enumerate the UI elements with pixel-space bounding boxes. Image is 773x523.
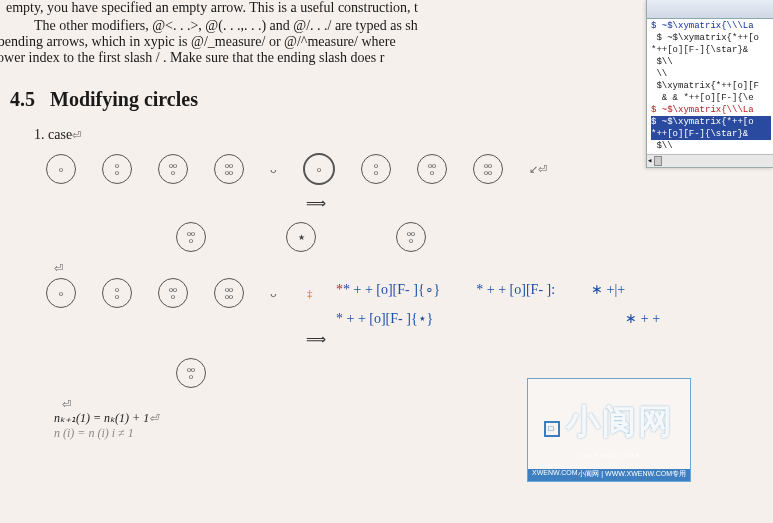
circle-dbl: ooo: [158, 154, 188, 184]
circle-r3-3: ooo: [158, 278, 188, 308]
watermark-bar-right: 小阆网 | WWW.XWENW.COM专用: [578, 469, 686, 481]
page-root: empty, you have specified an empty arrow…: [0, 0, 773, 523]
panel-scrollbar[interactable]: ◂: [647, 154, 773, 167]
para-line-3: or lower index to the first slash / . Ma…: [0, 50, 384, 65]
scroll-thumb[interactable]: [654, 156, 662, 166]
pilcrow-icon-2: ↙⏎: [529, 163, 547, 176]
panel-header[interactable]: [647, 0, 773, 19]
small-mark-2: ᴗ: [270, 287, 277, 300]
section-heading: 4.5 Modifying circles: [10, 88, 666, 111]
circle-row-1: o oo ooo oooo ᴗ o oo ooo oooo ↙⏎: [46, 153, 666, 185]
watermark-box: □小阆网 XWENW.COM XWENW.COM 小阆网 | WWW.XWENW…: [527, 378, 691, 482]
code-line[interactable]: $\\: [651, 56, 771, 68]
circle-r2-1: ooo: [176, 222, 206, 252]
paragraph-partial-top: empty, you have specified an empty arrow…: [6, 0, 666, 16]
formula-b: * + + [o][F- ]:: [476, 282, 555, 298]
watermark-domain: XWENW.COM: [528, 451, 690, 460]
circle-stack-2: oo: [361, 154, 391, 184]
formula-row-2: * + + [o][F- ]{⋆} ∗ + +: [336, 310, 666, 327]
circle-dbl-3: ooo: [417, 154, 447, 184]
circle-dbl2: oooo: [214, 154, 244, 184]
circle-r3-1: o: [46, 278, 76, 308]
watermark-bar-left: XWENW.COM: [532, 469, 578, 481]
paragraph-modifiers: The other modifiers, @<. . .>, @(. . .,.…: [6, 18, 666, 66]
section-title-text: Modifying circles: [50, 88, 198, 110]
document-body: empty, you have specified an empty arrow…: [0, 0, 672, 441]
formula-row-1: ** + + [o][F- ]{∘} * + + [o][F- ]: ∗ +|+: [336, 281, 666, 298]
watermark-logo: □小阆网: [528, 399, 690, 445]
pilcrow-icon: ⏎: [72, 129, 81, 141]
case-number: 1.: [34, 127, 45, 142]
circle-stack: oo: [102, 154, 132, 184]
code-line[interactable]: $ ~$\xymatrix{*++[o: [651, 32, 771, 44]
code-line[interactable]: $\\: [651, 140, 771, 152]
watermark-bar: XWENW.COM 小阆网 | WWW.XWENW.COM专用: [528, 469, 690, 481]
formula-a: ** + + [o][F- ]{∘}: [336, 281, 440, 298]
code-panel[interactable]: $ ~$\xymatrix{\\\La $ ~$\xymatrix{*++[o …: [646, 0, 773, 168]
code-line-selected[interactable]: $ ~$\xymatrix{*++[o: [651, 116, 771, 128]
code-line[interactable]: $ ~$\xymatrix{\\\La: [651, 20, 771, 32]
formula-c: ∗ +|+: [591, 281, 625, 298]
circle-r3-2: oo: [102, 278, 132, 308]
code-line[interactable]: $ ~$\xymatrix{\\\La: [651, 104, 771, 116]
arrow-lone-1: ⟹: [306, 195, 666, 212]
circle-r4-1: ooo: [176, 358, 206, 388]
code-line[interactable]: *++[o][F-]{\star}&: [651, 44, 771, 56]
pilcrow-icon-3: ⏎: [54, 262, 666, 275]
arrow-lone-2: ⟹: [306, 331, 666, 348]
para-line-2: for bending arrows, which in xypic is @/…: [0, 34, 396, 49]
case-line: 1. case⏎: [34, 127, 666, 143]
scroll-left-icon[interactable]: ◂: [647, 155, 652, 167]
case-label: case: [48, 127, 72, 142]
watermark-square-icon: □: [544, 421, 560, 437]
code-line[interactable]: \\: [651, 68, 771, 80]
code-line[interactable]: $\xymatrix{*++[o][F: [651, 80, 771, 92]
circle-bold-single: o: [303, 153, 335, 185]
panel-body[interactable]: $ ~$\xymatrix{\\\La $ ~$\xymatrix{*++[o …: [647, 19, 773, 154]
formula2-b: ∗ + +: [625, 310, 660, 327]
marker-orange: ‡: [307, 287, 313, 299]
section-number: 4.5: [10, 88, 35, 110]
circle-r3-4: oooo: [214, 278, 244, 308]
circle-r2-3: ooo: [396, 222, 426, 252]
code-line-selected[interactable]: *++[o][F-]{\star}&: [651, 128, 771, 140]
circle-dbl-4: oooo: [473, 154, 503, 184]
formula2-a: * + + [o][F- ]{⋆}: [336, 310, 433, 327]
small-mark: ᴗ: [270, 163, 277, 176]
circle-star: ★: [286, 222, 316, 252]
para-line-1: The other modifiers, @<. . .>, @(. . .,.…: [34, 18, 418, 33]
circle-single: o: [46, 154, 76, 184]
code-line[interactable]: & & *++[o][F-]{\e: [651, 92, 771, 104]
pilcrow-icon-5: ⏎: [149, 412, 158, 424]
circle-row-2: ooo ★ ooo: [176, 222, 666, 252]
